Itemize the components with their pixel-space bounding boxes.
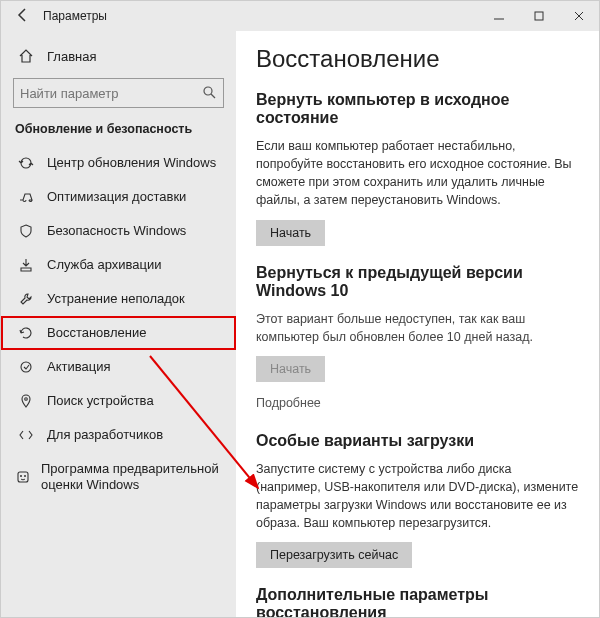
sidebar-item-delivery-optimization[interactable]: Оптимизация доставки [1, 180, 236, 214]
sidebar-item-label: Поиск устройства [37, 393, 154, 409]
more-recovery-title: Дополнительные параметры восстановления [256, 586, 579, 617]
restart-now-button[interactable]: Перезагрузить сейчас [256, 542, 412, 568]
reset-pc-title: Вернуть компьютер в исходное состояние [256, 91, 579, 127]
settings-window: Параметры Главная [0, 0, 600, 618]
svg-point-5 [25, 398, 28, 401]
sidebar-item-windows-update[interactable]: Центр обновления Windows [1, 146, 236, 180]
code-icon [15, 427, 37, 443]
body: Главная Обновление и безопасность Центр … [1, 31, 599, 617]
close-icon [571, 8, 587, 24]
page-title: Восстановление [256, 45, 579, 73]
sidebar-item-insider-program[interactable]: Программа предварительной оценки Windows [1, 452, 236, 501]
svg-rect-6 [18, 472, 28, 482]
sidebar-item-label: Восстановление [37, 325, 146, 341]
search-icon [201, 84, 217, 103]
sidebar-item-label: Оптимизация доставки [37, 189, 186, 205]
shield-icon [15, 223, 37, 239]
home-icon [15, 48, 37, 64]
titlebar: Параметры [1, 1, 599, 31]
svg-point-2 [204, 87, 212, 95]
search-input[interactable] [20, 86, 201, 101]
sidebar-item-windows-security[interactable]: Безопасность Windows [1, 214, 236, 248]
activation-icon [15, 359, 37, 375]
maximize-button[interactable] [519, 1, 559, 31]
svg-point-8 [24, 475, 26, 477]
maximize-icon [531, 8, 547, 24]
goback-learn-more-link[interactable]: Подробнее [256, 396, 321, 410]
sidebar-item-label: Для разработчиков [37, 427, 163, 443]
sidebar-item-troubleshoot[interactable]: Устранение неполадок [1, 282, 236, 316]
reset-pc-button[interactable]: Начать [256, 220, 325, 246]
sidebar-home-label: Главная [37, 49, 96, 64]
minimize-icon [491, 8, 507, 24]
window-title: Параметры [37, 9, 479, 23]
goback-button: Начать [256, 356, 325, 382]
close-button[interactable] [559, 1, 599, 31]
sidebar-item-label: Безопасность Windows [37, 223, 186, 239]
wrench-icon [15, 291, 37, 307]
advanced-startup-desc: Запустите систему с устройства либо диск… [256, 460, 579, 533]
sidebar-item-for-developers[interactable]: Для разработчиков [1, 418, 236, 452]
sidebar-home[interactable]: Главная [1, 41, 236, 74]
sidebar-item-activation[interactable]: Активация [1, 350, 236, 384]
goback-desc: Этот вариант больше недоступен, так как … [256, 310, 579, 346]
arrow-left-icon [15, 7, 31, 23]
svg-point-4 [21, 362, 31, 372]
sidebar-section-title: Обновление и безопасность [1, 120, 236, 146]
sidebar-item-label: Устранение неполадок [37, 291, 185, 307]
sidebar-item-find-device[interactable]: Поиск устройства [1, 384, 236, 418]
sidebar-item-label: Центр обновления Windows [37, 155, 216, 171]
svg-line-3 [211, 94, 215, 98]
insider-icon [15, 469, 31, 485]
sidebar-item-label: Служба архивации [37, 257, 162, 273]
sidebar: Главная Обновление и безопасность Центр … [1, 31, 236, 617]
sync-icon [15, 155, 37, 171]
sidebar-item-recovery[interactable]: Восстановление [1, 316, 236, 350]
advanced-startup-title: Особые варианты загрузки [256, 432, 579, 450]
recovery-icon [15, 325, 37, 341]
window-controls [479, 1, 599, 31]
back-button[interactable] [9, 7, 37, 26]
sidebar-item-backup[interactable]: Служба архивации [1, 248, 236, 282]
goback-title: Вернуться к предыдущей версии Windows 10 [256, 264, 579, 300]
search-box[interactable] [13, 78, 224, 108]
svg-point-7 [20, 475, 22, 477]
location-icon [15, 393, 37, 409]
delivery-icon [15, 189, 37, 205]
sidebar-item-label: Программа предварительной оценки Windows [31, 461, 222, 492]
reset-pc-desc: Если ваш компьютер работает нестабильно,… [256, 137, 579, 210]
sidebar-item-label: Активация [37, 359, 110, 375]
content-panel: Восстановление Вернуть компьютер в исход… [236, 31, 599, 617]
minimize-button[interactable] [479, 1, 519, 31]
svg-rect-1 [535, 12, 543, 20]
backup-icon [15, 257, 37, 273]
